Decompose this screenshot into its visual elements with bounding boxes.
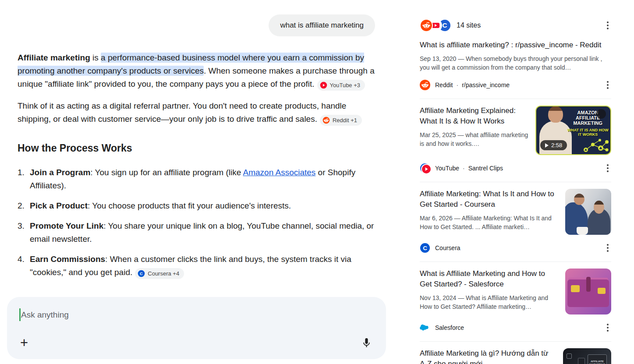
section-heading: How the Process Works	[18, 141, 375, 155]
source-favicon-stack: C	[420, 19, 451, 32]
sources-sidebar: C 14 sites What is affiliate marketing? …	[420, 18, 618, 364]
thumbnail-art	[586, 277, 591, 292]
thumbnail-art	[578, 358, 585, 364]
sources-header[interactable]: C 14 sites	[420, 18, 611, 33]
card-menu-button[interactable]	[604, 162, 611, 175]
youtube-badge-icon	[421, 164, 432, 174]
ask-input-placeholder: Ask anything	[21, 310, 69, 320]
list-item: 4. Earn Commissions: When a customer cli…	[18, 253, 375, 279]
source-snippet: Nov 13, 2024 — What is Affiliate Marketi…	[420, 293, 559, 311]
source-card-youtube[interactable]: Affiliate Marketing Explained: What It I…	[420, 99, 611, 182]
article-thumbnail[interactable]: AFFILIATE MARKETING	[563, 348, 611, 364]
source-snippet: Mar 25, 2025 — what affiliate marketing …	[420, 131, 529, 148]
source-attribution-row: Salesforce	[420, 321, 611, 334]
video-duration: 2:58	[551, 142, 562, 148]
card-menu-button[interactable]	[604, 241, 611, 254]
source-site-name: Reddit	[435, 81, 453, 88]
thumbnail-art	[571, 285, 580, 292]
list-item-text: Pick a Product: You choose products that…	[30, 199, 375, 212]
reddit-icon	[322, 117, 330, 124]
source-title[interactable]: Affiliate Marketing là gì? Hướng dẫn từ …	[420, 348, 557, 364]
answer-text: is	[90, 53, 101, 62]
list-item: 2. Pick a Product: You choose products t…	[18, 199, 375, 212]
source-card-vietnamese[interactable]: Affiliate Marketing là gì? Hướng dẫn từ …	[420, 341, 611, 364]
reddit-icon	[420, 19, 433, 32]
source-title[interactable]: What is Affiliate Marketing and How to G…	[420, 269, 559, 290]
card-menu-button[interactable]	[604, 78, 611, 92]
source-attribution-row: YouTube · Santrel Clips	[420, 162, 611, 175]
microphone-icon	[361, 337, 372, 348]
amazon-associates-link[interactable]: Amazon Associates	[243, 168, 316, 177]
thumbnail-art	[598, 288, 606, 294]
source-snippet: Sep 13, 2020 — When somebody buys throug…	[420, 54, 611, 72]
list-item-text: Earn Commissions: When a customer clicks…	[30, 253, 375, 279]
source-title[interactable]: What is affiliate marketing? : r/passive…	[420, 40, 611, 50]
ask-composer[interactable]: Ask anything +	[7, 297, 386, 359]
citation-chip-label: Reddit +1	[333, 114, 357, 127]
source-card-reddit[interactable]: What is affiliate marketing? : r/passive…	[420, 33, 611, 99]
source-site-name: YouTube	[435, 165, 459, 172]
source-site-name: Salesforce	[435, 324, 464, 331]
answer-text: Think of it as acting as a digital refer…	[18, 101, 346, 124]
step-title: Earn Commissions	[30, 254, 105, 264]
source-attribution-row: Reddit · r/passive_income	[420, 78, 611, 92]
list-item: 1. Join a Program: You sign up for an af…	[18, 166, 375, 192]
card-menu-button[interactable]	[604, 321, 611, 334]
ask-input[interactable]: Ask anything	[19, 308, 69, 321]
step-text: : You choose products that fit your audi…	[88, 201, 291, 210]
video-duration-badge: 2:58	[540, 140, 567, 150]
youtube-channel-icon	[420, 163, 430, 173]
sidebar-menu-button[interactable]	[604, 19, 611, 32]
user-query-bubble: what is affiliate marketing	[269, 14, 375, 36]
thumbnail-subtitle: WHAT IT IS AND HOW IT WORKS	[567, 128, 609, 137]
thumbnail-network-art	[582, 137, 609, 153]
chat-column: what is affiliate marketing Affiliate ma…	[18, 0, 375, 286]
answer-paragraph-1: Affiliate marketing is a performance-bas…	[18, 51, 375, 91]
source-attribution-row: C Coursera	[420, 241, 611, 254]
step-text: : You sign up for an affiliate program (…	[90, 168, 243, 177]
svg-text:C: C	[443, 21, 447, 29]
answer-lead-term: Affiliate marketing	[18, 53, 90, 62]
mic-button[interactable]	[361, 337, 372, 350]
source-title[interactable]: Affiliate Marketing: What Is It and How …	[420, 189, 559, 210]
video-thumbnail[interactable]: AMAZON AFFILIATE MARKETING WHAT IT IS AN…	[535, 106, 611, 155]
citation-chip-coursera[interactable]: CCoursera +4	[135, 268, 184, 279]
citation-chip-youtube[interactable]: YouTube +3	[317, 80, 365, 91]
list-marker: 3.	[18, 219, 30, 246]
list-marker: 2.	[18, 199, 30, 212]
separator-dot: ·	[463, 165, 465, 172]
article-thumbnail[interactable]	[565, 189, 611, 235]
ai-answer: Affiliate marketing is a performance-bas…	[18, 51, 375, 279]
add-button[interactable]: +	[20, 336, 28, 350]
article-thumbnail[interactable]	[565, 269, 611, 315]
list-item-text: Join a Program: You sign up for an affil…	[30, 166, 375, 192]
thumbnail-art	[567, 353, 572, 359]
user-query-row: what is affiliate marketing	[18, 14, 375, 36]
thumbnail-title: AMAZON AFFILIATE MARKETING	[567, 110, 609, 126]
source-title[interactable]: Affiliate Marketing Explained: What It I…	[420, 106, 529, 127]
coursera-icon: C	[138, 270, 145, 277]
citation-chip-label: YouTube +3	[330, 79, 361, 92]
answer-paragraph-2: Think of it as acting as a digital refer…	[18, 99, 375, 126]
list-item: 3. Promote Your Link: You share your uni…	[18, 219, 375, 246]
thumbnail-text: AMAZON AFFILIATE MARKETING WHAT IT IS AN…	[567, 110, 609, 137]
source-snippet: Mar 6, 2026 — Affiliate Marketing: What …	[420, 214, 559, 231]
youtube-icon	[320, 81, 327, 89]
salesforce-icon	[420, 322, 430, 333]
source-detail: r/passive_income	[462, 81, 510, 88]
svg-text:C: C	[140, 271, 143, 276]
list-marker: 4.	[18, 253, 30, 279]
thumbnail-label: AFFILIATE MARKETING	[588, 354, 607, 364]
source-card-salesforce[interactable]: What is Affiliate Marketing and How to G…	[420, 262, 611, 341]
thumbnail-art	[577, 227, 588, 235]
citation-chip-reddit[interactable]: Reddit +1	[320, 115, 362, 126]
source-card-coursera[interactable]: Affiliate Marketing: What Is It and How …	[420, 182, 611, 262]
list-marker: 1.	[18, 166, 30, 192]
step-title: Promote Your Link	[30, 221, 103, 230]
citation-chip-label: Coursera +4	[148, 267, 179, 280]
process-steps-list: 1. Join a Program: You sign up for an af…	[18, 166, 375, 279]
source-site-name: Coursera	[435, 244, 460, 251]
svg-text:C: C	[423, 245, 427, 251]
step-title: Pick a Product	[30, 201, 88, 210]
text-caret	[19, 308, 21, 321]
